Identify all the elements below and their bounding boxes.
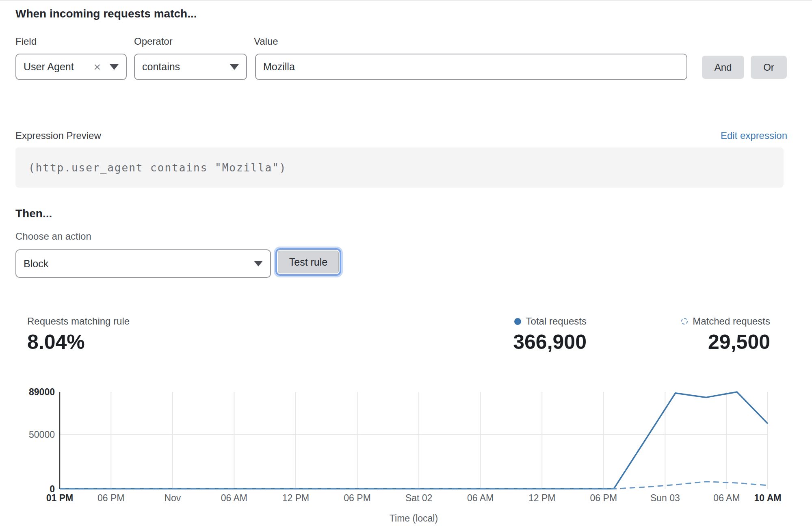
svg-text:Time (local): Time (local) xyxy=(390,513,438,524)
choose-action-label: Choose an action xyxy=(15,231,91,242)
expression-preview-label: Expression Preview xyxy=(15,130,101,141)
svg-text:12 PM: 12 PM xyxy=(282,493,309,503)
clear-field-icon[interactable]: × xyxy=(93,61,101,73)
svg-text:10 AM: 10 AM xyxy=(754,493,782,503)
matched-requests-legend-icon xyxy=(681,318,688,325)
operator-select[interactable]: contains xyxy=(134,54,247,80)
stat-matching-rule-value: 8.04% xyxy=(27,330,130,354)
svg-text:50000: 50000 xyxy=(29,429,55,440)
field-label: Field xyxy=(15,36,37,47)
stat-matched-requests: Matched requests 29,500 xyxy=(681,316,770,354)
stat-matched-requests-label: Matched requests xyxy=(693,316,770,327)
page-title: When incoming requests match... xyxy=(15,7,197,20)
field-select[interactable]: User Agent × xyxy=(15,54,127,80)
and-button[interactable]: And xyxy=(702,56,744,79)
operator-select-value: contains xyxy=(142,61,224,73)
stat-total-requests-value: 366,900 xyxy=(513,330,587,354)
requests-line-chart: 0500008900001 PM06 PMNov06 AM12 PM06 PMS… xyxy=(0,379,812,526)
action-select[interactable]: Block xyxy=(15,249,271,278)
expression-code-box: (http.user_agent contains "Mozilla") xyxy=(15,147,784,188)
svg-text:06 AM: 06 AM xyxy=(467,493,494,503)
total-requests-legend-icon xyxy=(514,318,521,325)
stat-total-requests: Total requests 366,900 xyxy=(513,316,587,354)
svg-text:12 PM: 12 PM xyxy=(528,493,555,503)
stat-matching-rule: Requests matching rule 8.04% xyxy=(27,316,130,354)
value-input[interactable]: Mozilla xyxy=(255,54,687,80)
then-title: Then... xyxy=(15,207,52,220)
svg-text:01 PM: 01 PM xyxy=(46,493,73,503)
value-input-text: Mozilla xyxy=(263,61,295,73)
svg-text:06 PM: 06 PM xyxy=(590,493,617,503)
stat-matched-requests-value: 29,500 xyxy=(681,330,770,354)
value-label: Value xyxy=(254,36,278,47)
svg-text:Sun 03: Sun 03 xyxy=(650,493,680,503)
stat-total-requests-label: Total requests xyxy=(526,316,587,327)
svg-text:06 PM: 06 PM xyxy=(97,493,124,503)
chevron-down-icon[interactable] xyxy=(254,261,263,266)
field-select-value: User Agent xyxy=(24,61,93,73)
firewall-rule-builder-page: When incoming requests match... Field Op… xyxy=(0,0,812,526)
svg-text:89000: 89000 xyxy=(29,387,55,397)
test-rule-button[interactable]: Test rule xyxy=(278,251,339,273)
svg-text:Sat 02: Sat 02 xyxy=(405,493,433,503)
chevron-down-icon[interactable] xyxy=(230,64,239,70)
svg-text:06 AM: 06 AM xyxy=(713,493,740,503)
operator-label: Operator xyxy=(134,36,173,47)
action-select-value: Block xyxy=(24,258,248,270)
edit-expression-link[interactable]: Edit expression xyxy=(721,130,787,141)
svg-text:Nov: Nov xyxy=(164,493,181,503)
stat-matching-rule-label: Requests matching rule xyxy=(27,316,130,327)
expression-code: (http.user_agent contains "Mozilla") xyxy=(15,162,287,174)
svg-text:06 AM: 06 AM xyxy=(221,493,247,503)
or-button[interactable]: Or xyxy=(751,56,787,79)
svg-text:06 PM: 06 PM xyxy=(344,493,370,503)
chevron-down-icon[interactable] xyxy=(110,64,119,70)
